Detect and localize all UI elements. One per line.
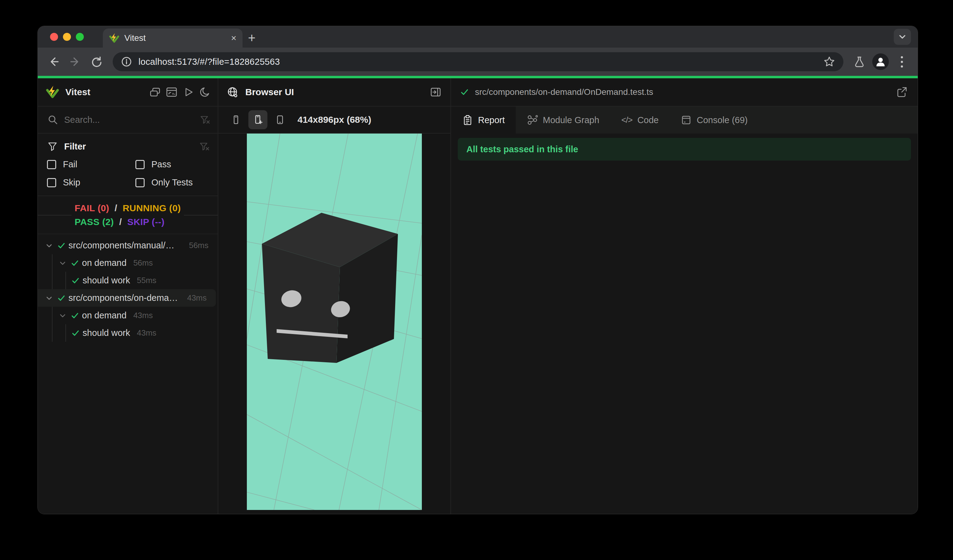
- duration: 56ms: [189, 241, 208, 250]
- report-content: All tests passed in this file: [451, 133, 918, 514]
- device-toolbar: 414x896px (68%): [218, 107, 450, 133]
- forward-button[interactable]: [67, 53, 84, 70]
- clear-search-filter-icon[interactable]: [199, 114, 210, 125]
- dark-mode-moon-icon[interactable]: [197, 85, 212, 99]
- sidebar: Vitest: [38, 78, 218, 514]
- close-window-button[interactable]: [50, 33, 58, 41]
- tab-close-icon[interactable]: ×: [231, 34, 236, 43]
- tree-row-test[interactable]: should work 55ms: [38, 272, 218, 289]
- tab-module-graph[interactable]: Module Graph: [516, 107, 610, 133]
- experiments-flask-icon[interactable]: [851, 53, 868, 70]
- vitest-favicon-icon: [109, 33, 120, 43]
- test-browser-viewport[interactable]: [247, 133, 422, 510]
- app-title: Vitest: [65, 87, 146, 97]
- filter-header: Filter: [47, 138, 210, 155]
- duration: 55ms: [137, 276, 157, 285]
- pass-check-icon: [57, 293, 66, 303]
- chevron-down-icon[interactable]: [57, 258, 68, 268]
- kebab-menu-icon: [901, 56, 903, 68]
- running-count: RUNNING (0): [123, 203, 181, 213]
- open-side-panel-icon[interactable]: [428, 85, 443, 99]
- checkbox-icon: [135, 178, 144, 187]
- preview-canvas: [218, 133, 450, 514]
- browser-menu-button[interactable]: [893, 53, 910, 70]
- open-external-icon[interactable]: [894, 85, 909, 99]
- dashboard-icon[interactable]: [164, 85, 179, 99]
- reload-button[interactable]: [88, 53, 105, 70]
- run-all-icon[interactable]: [181, 85, 196, 99]
- checkbox-icon: [135, 160, 144, 169]
- browser-ui-panel: Browser UI: [218, 78, 451, 514]
- desktop-background: Vitest × +: [0, 0, 953, 560]
- chevron-down-icon[interactable]: [44, 240, 54, 251]
- test-summary-counts: FAIL (0) / RUNNING (0) PASS (2) / SKIP (…: [75, 201, 181, 229]
- profile-avatar[interactable]: [872, 53, 889, 70]
- sidebar-header: Vitest: [38, 78, 218, 107]
- clear-filter-icon[interactable]: [199, 141, 210, 152]
- checkbox-icon: [47, 160, 56, 169]
- browser-ui-header: Browser UI: [218, 78, 450, 107]
- panel-title: Browser UI: [245, 87, 422, 97]
- filter-checkbox-only-tests[interactable]: Only Tests: [135, 177, 210, 188]
- vitest-ui: Vitest: [38, 78, 918, 514]
- test-tree: src/components/manual/… 56ms on demand 5…: [38, 234, 218, 514]
- address-bar[interactable]: localhost:5173/#/?file=1828625563: [113, 52, 843, 71]
- pass-count: PASS (2): [75, 217, 114, 227]
- tree-row-file-selected[interactable]: src/components/on-dema… 43ms: [38, 289, 216, 307]
- search-input[interactable]: [64, 115, 194, 125]
- device-phone-plus-button[interactable]: [248, 110, 267, 129]
- detail-tabs: Report M: [451, 107, 918, 133]
- device-phone-small-button[interactable]: [226, 110, 245, 129]
- tab-report[interactable]: Report: [451, 107, 516, 133]
- tab-console[interactable]: Console (69): [670, 107, 759, 133]
- file-header: src/components/on-demand/OnDemand.test.t…: [451, 78, 918, 107]
- code-icon: </>: [621, 115, 632, 125]
- pass-check-icon: [57, 241, 66, 250]
- 3d-scene: [247, 133, 422, 510]
- file-path: src/components/on-demand/OnDemand.test.t…: [475, 87, 889, 97]
- browser-tabstrip: Vitest × +: [38, 26, 918, 48]
- device-tablet-button[interactable]: [270, 110, 290, 129]
- back-button[interactable]: [45, 53, 62, 70]
- chevron-down-icon[interactable]: [44, 293, 54, 303]
- vitest-logo-icon: [46, 85, 59, 99]
- duration: 43ms: [133, 311, 153, 320]
- minimize-window-button[interactable]: [63, 33, 71, 41]
- filter-checkbox-fail[interactable]: Fail: [47, 159, 135, 169]
- browser-tab-vitest[interactable]: Vitest ×: [103, 29, 242, 48]
- cascade-windows-icon[interactable]: [148, 85, 162, 99]
- filter-options: Fail Pass Skip Only Tests: [47, 159, 210, 188]
- traffic-lights: [38, 26, 92, 48]
- filter-checkbox-pass[interactable]: Pass: [135, 159, 210, 169]
- all-tests-passed-banner: All tests passed in this file: [458, 138, 911, 161]
- search-icon: [47, 114, 59, 126]
- test-summary: FAIL (0) / RUNNING (0) PASS (2) / SKIP (…: [38, 196, 218, 234]
- filter-title: Filter: [64, 141, 192, 152]
- tree-row-suite[interactable]: on demand 56ms: [38, 254, 218, 272]
- site-info-icon[interactable]: [121, 56, 132, 68]
- browser-toolbar: localhost:5173/#/?file=1828625563: [38, 48, 918, 76]
- viewport-size-label: 414x896px (68%): [298, 115, 371, 125]
- report-clipboard-icon: [462, 115, 473, 126]
- tree-row-file[interactable]: src/components/manual/… 56ms: [38, 237, 218, 254]
- duration: 43ms: [187, 293, 206, 303]
- module-graph-icon: [527, 115, 538, 126]
- filter-checkbox-skip[interactable]: Skip: [47, 177, 135, 188]
- duration: 43ms: [137, 328, 157, 338]
- tab-search-button[interactable]: [894, 29, 911, 45]
- fail-count: FAIL (0): [75, 203, 109, 213]
- skip-count: SKIP (--): [127, 217, 165, 227]
- new-tab-button[interactable]: +: [242, 29, 261, 48]
- zoom-window-button[interactable]: [76, 33, 84, 41]
- pass-check-icon: [71, 276, 80, 285]
- robot-cube: [262, 213, 398, 363]
- search-bar: [38, 107, 218, 133]
- pass-check-icon: [70, 311, 79, 320]
- bookmark-star-icon[interactable]: [823, 56, 835, 68]
- tree-row-suite[interactable]: on demand 43ms: [38, 307, 218, 324]
- chevron-down-icon[interactable]: [57, 310, 68, 321]
- tree-row-test[interactable]: should work 43ms: [38, 324, 218, 342]
- url-text[interactable]: localhost:5173/#/?file=1828625563: [138, 57, 817, 67]
- pass-check-icon: [71, 329, 80, 338]
- tab-code[interactable]: </> Code: [610, 107, 670, 133]
